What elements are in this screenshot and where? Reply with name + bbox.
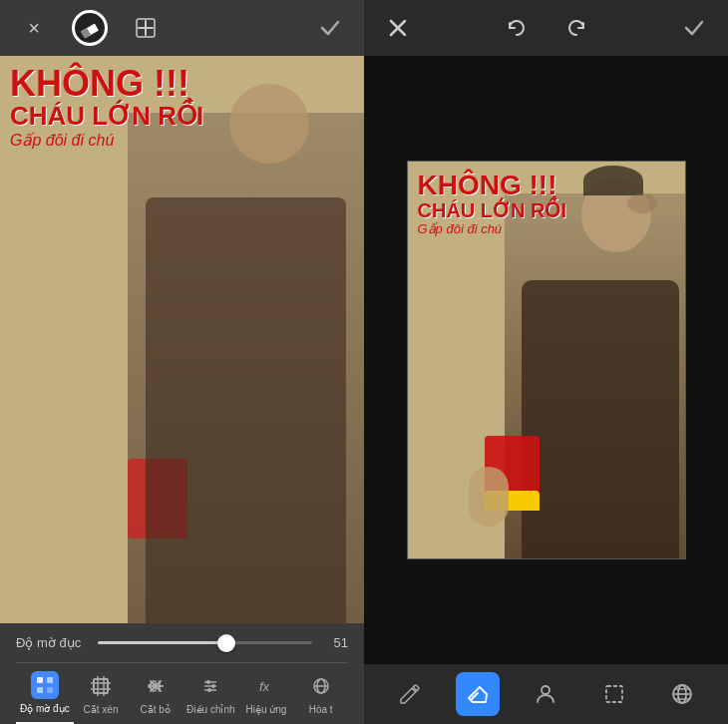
- meme-text-left: KHÔNG !!! CHÁU LỚN RỒI Gấp đôi đi chú: [10, 66, 203, 150]
- confirm-button-left[interactable]: [312, 10, 348, 46]
- slider-value: 51: [324, 635, 348, 650]
- opacity-slider[interactable]: [98, 641, 312, 644]
- svg-rect-3: [138, 27, 154, 29]
- right-toolbar: [364, 0, 728, 56]
- svg-point-26: [211, 684, 215, 688]
- redo-button[interactable]: [558, 10, 594, 46]
- selection-icon: [602, 682, 626, 706]
- meme-line3-left: Gấp đôi đi chú: [10, 131, 203, 150]
- globe-icon: [670, 682, 694, 706]
- tab-dieu-chinh[interactable]: Điều chỉnh: [182, 663, 238, 724]
- pencil-icon: [398, 682, 422, 706]
- eraser-tool-button[interactable]: [456, 672, 500, 716]
- add-button[interactable]: [128, 10, 164, 46]
- tool-tabs: Độ mờ đục Cắt xén: [16, 662, 348, 724]
- close-icon: ×: [28, 17, 40, 40]
- tab-cat-bo[interactable]: Cắt bỏ: [128, 663, 182, 724]
- left-bottom-controls: Độ mờ đục 51 Độ mờ đục: [0, 623, 364, 724]
- globe-tool-button[interactable]: [660, 672, 704, 716]
- tab-hoa-t-label: Hòa t: [309, 704, 333, 715]
- meme-line3-right: Gấp đôi đi chú: [418, 221, 567, 236]
- svg-rect-6: [47, 677, 53, 683]
- meme-text-right: KHÔNG !!! CHÁU LỚN RỒI Gấp đôi đi chú: [418, 172, 567, 236]
- left-toolbar: ×: [0, 0, 364, 56]
- right-bottom-toolbar: [364, 664, 728, 724]
- selection-tool-button[interactable]: [592, 672, 636, 716]
- close-button[interactable]: ×: [16, 10, 52, 46]
- person-icon: [534, 682, 557, 706]
- slider-label: Độ mờ đục: [16, 635, 86, 650]
- person-tool-button[interactable]: [524, 672, 567, 716]
- svg-rect-9: [94, 679, 108, 693]
- cat-xen-icon: [87, 672, 115, 700]
- svg-rect-7: [37, 687, 43, 693]
- tab-cat-xen-label: Cắt xén: [84, 704, 119, 715]
- check-icon-right: [683, 17, 705, 39]
- tab-cat-bo-label: Cắt bỏ: [141, 704, 171, 715]
- check-icon-left: [319, 17, 341, 39]
- meme-image-right: KHÔNG !!! CHÁU LỚN RỒI Gấp đôi đi chú: [407, 161, 686, 559]
- slider-thumb[interactable]: [217, 634, 235, 652]
- tab-hieu-ung-label: Hiệu ứng: [245, 704, 286, 715]
- tab-hieu-ung[interactable]: fx Hiệu ứng: [239, 663, 294, 724]
- redo-icon: [565, 17, 587, 39]
- svg-rect-5: [37, 677, 43, 683]
- close-icon-right: [388, 18, 408, 38]
- hoa-t-icon: [307, 672, 335, 700]
- confirm-button-right[interactable]: [676, 10, 712, 46]
- close-button-right[interactable]: [380, 10, 416, 46]
- tab-hoa-t[interactable]: Hòa t: [293, 663, 348, 724]
- opacity-slider-row: Độ mờ đục 51: [16, 635, 348, 650]
- undo-icon: [506, 17, 528, 39]
- left-toolbar-left: ×: [16, 10, 164, 46]
- hieu-ung-icon: fx: [252, 672, 280, 700]
- right-image-area: KHÔNG !!! CHÁU LỚN RỒI Gấp đôi đi chú: [364, 56, 728, 664]
- eraser-tool-icon: [466, 682, 490, 706]
- svg-point-27: [207, 688, 211, 692]
- svg-rect-36: [606, 686, 622, 702]
- tab-do-mo-duc-label: Độ mờ đục: [20, 703, 70, 714]
- tab-dieu-chinh-label: Điều chỉnh: [186, 704, 234, 715]
- left-image-area: KHÔNG !!! CHÁU LỚN RỒI Gấp đôi đi chú: [0, 56, 364, 623]
- dieu-chinh-icon: [196, 672, 224, 700]
- right-toolbar-center: [499, 10, 594, 46]
- svg-text:fx: fx: [259, 679, 270, 694]
- svg-rect-8: [47, 687, 53, 693]
- eraser-icon: [80, 18, 100, 38]
- eraser-button[interactable]: [72, 10, 108, 46]
- do-mo-duc-icon: [31, 671, 59, 699]
- meme-line1-left: KHÔNG !!!: [10, 66, 203, 102]
- slider-fill: [98, 641, 226, 644]
- tab-do-mo-duc[interactable]: Độ mờ đục: [16, 663, 74, 724]
- meme-line2-left: CHÁU LỚN RỒI: [10, 102, 203, 131]
- left-panel: ×: [0, 0, 364, 724]
- meme-line1-right: KHÔNG !!!: [418, 172, 567, 199]
- svg-point-35: [542, 686, 549, 694]
- meme-line2-right: CHÁU LỚN RỒI: [418, 199, 567, 221]
- pencil-tool-button[interactable]: [388, 672, 432, 716]
- add-icon: [135, 17, 157, 39]
- tab-cat-xen[interactable]: Cắt xén: [74, 663, 129, 724]
- right-panel: KHÔNG !!! CHÁU LỚN RỒI Gấp đôi đi chú: [364, 0, 728, 724]
- meme-right-content: KHÔNG !!! CHÁU LỚN RỒI Gấp đôi đi chú: [408, 162, 685, 558]
- svg-point-25: [206, 680, 210, 684]
- cat-bo-icon: [142, 672, 170, 700]
- undo-button[interactable]: [499, 10, 535, 46]
